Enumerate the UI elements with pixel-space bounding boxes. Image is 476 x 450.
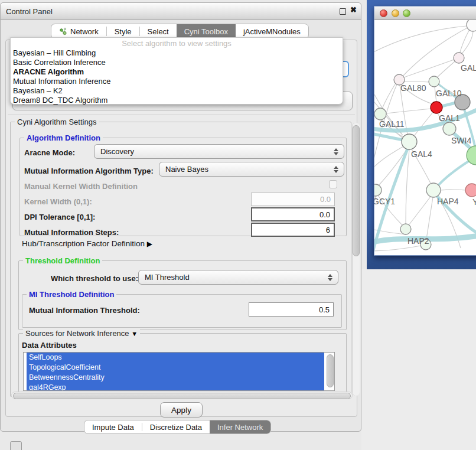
algorithm-dropdown: Select algorithm to view settings Bayesi… <box>10 37 343 105</box>
network-edge-highlighted[interactable] <box>438 161 470 186</box>
attribute-item[interactable]: TopologicalCoefficient <box>27 363 324 373</box>
node-label: GAL11 <box>379 119 405 129</box>
dpi-tolerance-field[interactable]: 0.0 <box>251 207 335 221</box>
dropdown-item[interactable]: Bayesian – K2 <box>13 86 341 96</box>
close-traffic-light[interactable] <box>380 9 387 17</box>
node-label: SWI4 <box>451 136 471 145</box>
tab-impute-data[interactable]: Impute Data <box>84 420 142 433</box>
attributes-scrollbar-thumb[interactable] <box>327 354 334 387</box>
node-label: GAL <box>461 63 476 73</box>
network-node[interactable] <box>443 122 456 135</box>
aracne-mode-select[interactable]: Discovery <box>94 144 344 159</box>
expanded-arrow-icon: ▼ <box>131 330 138 337</box>
tab-network-label: Network <box>70 27 99 36</box>
tab-jactivemnodules[interactable]: jActiveMNodules <box>236 24 308 38</box>
mi-type-select[interactable]: Naive Bayes <box>159 162 344 177</box>
network-window[interactable]: GALGAL80GAL10GAL1GAL11SWI4GAL4GCY1HAP4YH… <box>374 6 476 256</box>
network-edge[interactable] <box>406 149 409 224</box>
kernel-width-label: Kernel Width (0,1): <box>24 197 92 206</box>
dropdown-item[interactable]: ARACNE Algorithm <box>13 67 341 77</box>
attribute-item[interactable]: BetweennessCentrality <box>27 373 324 383</box>
attribute-item[interactable]: gal4RGexp <box>27 383 324 391</box>
sources-title[interactable]: Sources for Network Inference ▼ <box>23 329 140 338</box>
attribute-item[interactable]: SelfLoops <box>27 353 324 363</box>
network-node[interactable] <box>374 108 386 120</box>
tab-select[interactable]: Select <box>140 24 177 38</box>
dropdown-item[interactable]: Bayesian – Hill Climbing <box>13 48 341 58</box>
network-node[interactable] <box>431 102 442 113</box>
float-panel-icon[interactable] <box>10 441 22 450</box>
data-attributes-list[interactable]: SelfLoopsTopologicalCoefficientBetweenne… <box>23 352 335 391</box>
apply-button[interactable]: Apply <box>160 402 203 418</box>
node-label: GAL10 <box>436 89 462 98</box>
cyni-settings-title: Cyni Algorithm Settings <box>15 118 99 126</box>
network-node[interactable] <box>400 224 411 234</box>
network-desktop: GALGAL80GAL10GAL1GAL11SWI4GAL4GCY1HAP4YH… <box>367 0 476 269</box>
control-panel-titlebar: Control Panel ✖ <box>1 3 361 20</box>
network-node[interactable] <box>465 184 476 197</box>
network-edge[interactable] <box>379 149 407 185</box>
minimize-traffic-light[interactable] <box>392 9 399 17</box>
settings-hscrollbar-track[interactable] <box>11 392 353 399</box>
network-edge[interactable] <box>404 58 459 77</box>
tab-infer-network[interactable]: Infer Network <box>210 420 270 433</box>
dropdown-item[interactable]: Dream8 DC_TDC Algorithm <box>13 96 341 105</box>
settings-hscrollbar-thumb[interactable] <box>13 393 351 399</box>
node-label: GAL4 <box>411 149 432 159</box>
network-edge[interactable] <box>374 26 467 54</box>
float-window-icon[interactable] <box>340 8 346 15</box>
collapsed-arrow-icon: ▶ <box>147 240 152 248</box>
algorithm-dropdown-list: Bayesian – Hill ClimbingBasic Correlatio… <box>13 48 341 105</box>
which-threshold-label: Which threshold to use: <box>51 274 138 283</box>
network-graph: GALGAL80GAL10GAL1GAL11SWI4GAL4GCY1HAP4YH… <box>374 20 476 255</box>
network-edge[interactable] <box>403 81 429 82</box>
network-edge[interactable] <box>386 109 431 113</box>
network-edge[interactable] <box>374 246 421 251</box>
network-canvas[interactable]: GALGAL80GAL10GAL1GAL11SWI4GAL4GCY1HAP4YH… <box>374 20 476 255</box>
network-edge[interactable] <box>426 197 433 239</box>
tab-style[interactable]: Style <box>107 24 139 38</box>
dropdown-hint: Select algorithm to view settings <box>11 39 343 48</box>
hub-definition-toggle[interactable]: Hub/Transcription Factor Definition ▶ <box>22 239 152 248</box>
node-label: HAP4 <box>437 197 459 206</box>
network-edge[interactable] <box>441 190 465 190</box>
cyni-bottom-tabs: Impute Data Discretize Data Infer Networ… <box>84 420 271 434</box>
manual-kernel-checkbox[interactable] <box>329 180 337 188</box>
tab-cyni-toolbox[interactable]: Cyni Toolbox <box>177 24 236 38</box>
network-node[interactable] <box>374 184 382 196</box>
tab-discretize-data[interactable]: Discretize Data <box>142 420 210 433</box>
algorithm-definition-title: Algorithm Definition <box>24 133 103 142</box>
close-icon[interactable]: ✖ <box>350 5 357 14</box>
dropdown-item[interactable]: Mutual Information Inference <box>13 77 341 86</box>
stepper-icon <box>334 148 338 155</box>
network-node[interactable] <box>454 53 464 63</box>
tab-network[interactable]: Network <box>51 24 106 38</box>
aracne-mode-label: Aracne Mode: <box>24 148 75 157</box>
dropdown-item[interactable]: Basic Correlation Inference <box>13 58 341 67</box>
control-panel-title: Control Panel <box>6 7 53 16</box>
mit-label: Mutual Information Threshold: <box>29 306 140 315</box>
network-edge[interactable] <box>415 112 433 135</box>
control-panel-window: Control Panel ✖ Network Style Select Cyn… <box>0 2 361 432</box>
table-panel: Table Panel ⚙ ✓✓ shared... name A YDL19.… <box>361 269 476 450</box>
network-node[interactable] <box>429 76 439 87</box>
stepper-icon <box>328 274 332 281</box>
network-tab-icon <box>59 27 67 35</box>
screen: Control Panel ✖ Network Style Select Cyn… <box>0 0 476 450</box>
mit-field[interactable]: 0.5 <box>249 302 334 317</box>
stepper-icon <box>334 166 338 173</box>
zoom-traffic-light[interactable] <box>403 9 410 17</box>
kernel-width-field[interactable]: 0.0 <box>251 193 335 206</box>
node-label: Y <box>472 197 476 207</box>
network-edge[interactable] <box>409 197 431 224</box>
mi-steps-field[interactable]: 6 <box>251 223 335 237</box>
which-threshold-select[interactable]: MI Threshold <box>138 270 338 285</box>
network-node[interactable] <box>426 183 441 197</box>
settings-vscrollbar-thumb[interactable] <box>353 125 360 256</box>
network-node[interactable] <box>402 134 417 149</box>
mi-type-label: Mutual Information Algorithm Type: <box>24 167 154 175</box>
network-edge-highlighted[interactable] <box>442 103 456 106</box>
network-node[interactable] <box>467 20 476 31</box>
network-window-titlebar[interactable] <box>374 6 476 20</box>
mi-steps-label: Mutual Information Steps: <box>24 228 119 237</box>
